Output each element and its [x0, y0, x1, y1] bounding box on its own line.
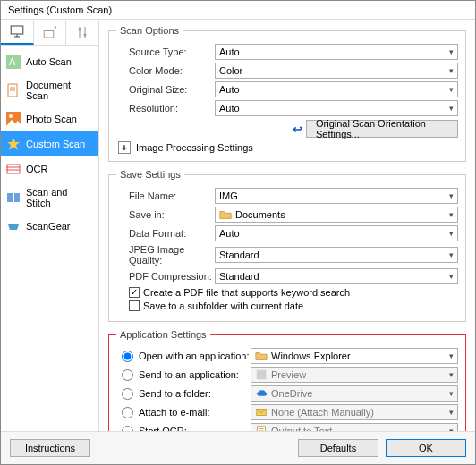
data-format-label: Data Format:: [116, 228, 215, 239]
orientation-settings-button[interactable]: Original Scan Orientation Settings...: [306, 120, 458, 138]
tab-general-settings[interactable]: [66, 20, 98, 45]
main-area: A Auto Scan Document Scan Photo Scan Cus…: [1, 20, 475, 431]
svg-rect-15: [7, 165, 20, 173]
chevron-down-icon: ▾: [449, 104, 454, 113]
application-settings-group: Application Settings Open with an applic…: [108, 329, 466, 431]
ok-button[interactable]: OK: [386, 439, 466, 457]
start-ocr-select[interactable]: Output to Text▾: [251, 423, 458, 431]
sidebar-category-tabs: [1, 20, 98, 46]
save-settings-group: Save Settings File Name: IMG▾ Save in: D…: [108, 169, 466, 322]
sidebar-item-custom-scan[interactable]: Custom Scan: [1, 131, 98, 156]
resolution-label: Resolution:: [116, 103, 215, 114]
chevron-down-icon: ▾: [449, 229, 454, 238]
tab-scan-from-computer[interactable]: [1, 20, 34, 45]
tab-scan-from-panel[interactable]: [34, 20, 67, 45]
scanner-arrow-icon: [42, 24, 58, 40]
attach-email-radio[interactable]: [122, 407, 133, 418]
send-folder-radio[interactable]: [122, 388, 133, 400]
attach-email-select[interactable]: None (Attach Manually)▾: [251, 404, 458, 420]
sidebar-list: A Auto Scan Document Scan Photo Scan Cus…: [1, 46, 98, 242]
sidebar-item-label: ScanGear: [26, 221, 71, 232]
open-with-radio[interactable]: [122, 351, 133, 362]
pdf-compression-select[interactable]: Standard▾: [215, 268, 458, 284]
original-size-select[interactable]: Auto▾: [215, 81, 458, 97]
chevron-down-icon: ▾: [449, 389, 454, 398]
send-folder-select[interactable]: OneDrive▾: [251, 385, 458, 402]
attach-email-label: Attach to e-mail:: [139, 407, 209, 418]
folder-icon: [219, 208, 232, 221]
keyword-pdf-label: Create a PDF file that supports keyword …: [143, 287, 350, 298]
pdf-compression-label: PDF Compression:: [116, 271, 215, 282]
sidebar-item-label: OCR: [26, 164, 47, 174]
save-in-select[interactable]: Documents▾: [215, 207, 458, 223]
keyword-pdf-checkbox[interactable]: ✓: [129, 287, 140, 298]
content-panel: Scan Options Source Type: Auto▾ Color Mo…: [99, 20, 475, 431]
defaults-button[interactable]: Defaults: [298, 439, 378, 457]
svg-point-7: [84, 34, 87, 37]
source-type-select[interactable]: Auto▾: [215, 44, 458, 60]
svg-rect-20: [257, 370, 267, 380]
file-name-input[interactable]: IMG▾: [215, 188, 458, 204]
svg-point-6: [79, 29, 81, 31]
instructions-button[interactable]: Instructions: [10, 439, 90, 457]
open-with-select[interactable]: Windows Explorer▾: [251, 348, 458, 364]
save-settings-legend: Save Settings: [116, 169, 184, 180]
original-size-label: Original Size:: [116, 84, 215, 95]
chevron-down-icon: ▾: [449, 351, 454, 360]
stitch-icon: [6, 190, 21, 205]
color-mode-label: Color Mode:: [116, 65, 215, 76]
sidebar-item-label: Scan and Stitch: [26, 187, 93, 208]
jpeg-quality-label: JPEG Image Quality:: [116, 244, 215, 266]
back-arrow-icon[interactable]: ↩: [293, 123, 301, 136]
svg-rect-3: [44, 31, 54, 38]
send-folder-label: Send to a folder:: [139, 388, 211, 399]
chevron-down-icon: ▾: [449, 272, 454, 281]
sidebar-item-label: Custom Scan: [26, 139, 85, 149]
monitor-icon: [9, 23, 25, 39]
open-with-label: Open with an application:: [139, 351, 250, 361]
subfolder-checkbox[interactable]: [129, 300, 140, 311]
document-scan-icon: [6, 83, 21, 97]
send-app-select[interactable]: Preview▾: [251, 367, 458, 383]
window-title: Settings (Custom Scan): [1, 1, 475, 20]
data-format-select[interactable]: Auto▾: [215, 225, 458, 241]
sidebar-item-label: Auto Scan: [26, 56, 72, 67]
chevron-down-icon: ▾: [449, 370, 454, 379]
sidebar-item-scan-stitch[interactable]: Scan and Stitch: [1, 182, 98, 214]
chevron-down-icon: ▾: [449, 47, 454, 56]
scan-options-group: Scan Options Source Type: Auto▾ Color Mo…: [108, 25, 466, 162]
ocr-icon: [6, 162, 21, 176]
chevron-down-icon: ▾: [449, 210, 454, 219]
chevron-down-icon: ▾: [449, 191, 454, 200]
footer-bar: Instructions Defaults OK: [1, 431, 475, 464]
svg-rect-18: [7, 193, 13, 202]
preview-icon: [255, 368, 268, 381]
chevron-down-icon: ▾: [449, 85, 454, 94]
chevron-down-icon: ▾: [449, 408, 454, 417]
scan-options-legend: Scan Options: [116, 25, 183, 36]
expand-image-processing[interactable]: +: [118, 141, 131, 154]
tools-icon: [74, 24, 90, 40]
sidebar-item-auto-scan[interactable]: A Auto Scan: [1, 49, 98, 74]
sidebar: A Auto Scan Document Scan Photo Scan Cus…: [1, 20, 99, 431]
sidebar-item-scangear[interactable]: ScanGear: [1, 214, 98, 239]
send-app-radio[interactable]: [122, 369, 133, 381]
save-in-label: Save in:: [116, 209, 215, 220]
text-icon: [255, 425, 268, 431]
color-mode-select[interactable]: Color▾: [215, 63, 458, 79]
image-processing-label: Image Processing Settings: [136, 142, 253, 153]
chevron-down-icon: ▾: [449, 66, 454, 75]
sidebar-item-label: Document Scan: [26, 80, 93, 101]
auto-scan-icon: A: [6, 55, 21, 69]
chevron-down-icon: ▾: [449, 427, 454, 431]
source-type-label: Source Type:: [116, 46, 215, 57]
sidebar-item-document-scan[interactable]: Document Scan: [1, 74, 98, 106]
resolution-select[interactable]: Auto▾: [215, 100, 458, 116]
svg-rect-0: [11, 26, 23, 34]
svg-point-14: [9, 114, 13, 118]
subfolder-label: Save to a subfolder with current date: [143, 300, 303, 311]
svg-text:A: A: [9, 56, 16, 67]
sidebar-item-photo-scan[interactable]: Photo Scan: [1, 106, 98, 131]
sidebar-item-ocr[interactable]: OCR: [1, 156, 98, 182]
jpeg-quality-select[interactable]: Standard▾: [215, 247, 458, 263]
